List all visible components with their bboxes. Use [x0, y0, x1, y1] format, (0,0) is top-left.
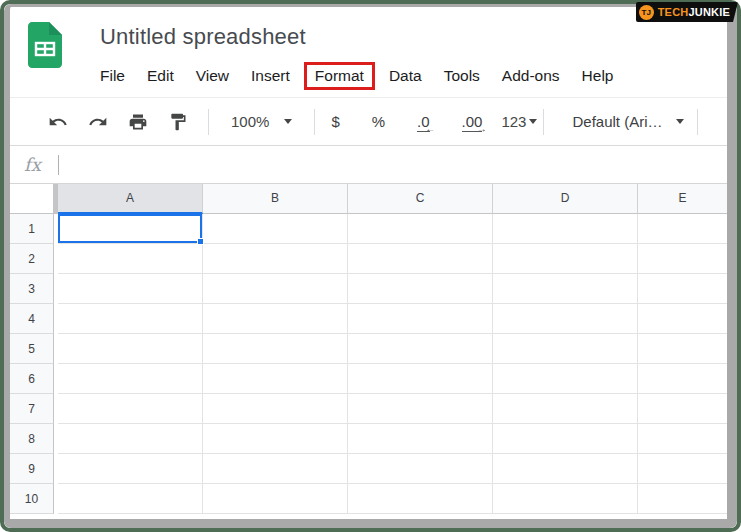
zoom-select[interactable]: 100%: [231, 113, 292, 130]
print-button[interactable]: [128, 112, 148, 132]
column-header-a[interactable]: A: [58, 184, 203, 214]
format-percent-button[interactable]: %: [359, 113, 398, 130]
fill-handle[interactable]: [197, 238, 204, 245]
cell-C2[interactable]: [348, 244, 493, 274]
cell-B6[interactable]: [203, 364, 348, 394]
cell-A9[interactable]: [58, 454, 203, 484]
column-header-d[interactable]: D: [493, 184, 638, 214]
format-currency-button[interactable]: $: [318, 113, 352, 130]
cell-E6[interactable]: [638, 364, 727, 394]
cell-B1[interactable]: [203, 214, 348, 244]
menu-item-data[interactable]: Data: [378, 64, 433, 88]
column-header-b[interactable]: B: [203, 184, 348, 214]
row-header-9[interactable]: 9: [10, 454, 54, 484]
redo-button[interactable]: [88, 112, 108, 132]
menu-item-view[interactable]: View: [185, 64, 240, 88]
cell-D7[interactable]: [493, 394, 638, 424]
cell-D6[interactable]: [493, 364, 638, 394]
google-sheets-icon[interactable]: [28, 22, 62, 68]
cell-D9[interactable]: [493, 454, 638, 484]
cell-A6[interactable]: [58, 364, 203, 394]
cell-C3[interactable]: [348, 274, 493, 304]
cell-E1[interactable]: [638, 214, 727, 244]
cell-C6[interactable]: [348, 364, 493, 394]
cell-C7[interactable]: [348, 394, 493, 424]
row-header-4[interactable]: 4: [10, 304, 54, 334]
undo-button[interactable]: [48, 112, 68, 132]
cell-B8[interactable]: [203, 424, 348, 454]
cell-A7[interactable]: [58, 394, 203, 424]
cell-D8[interactable]: [493, 424, 638, 454]
formula-input[interactable]: [41, 146, 727, 183]
cell-C9[interactable]: [348, 454, 493, 484]
cell-E7[interactable]: [638, 394, 727, 424]
row-header-10[interactable]: 10: [10, 484, 54, 514]
font-select[interactable]: Default (Ari…: [572, 113, 683, 130]
cell-C4[interactable]: [348, 304, 493, 334]
menu-item-file[interactable]: File: [89, 64, 136, 88]
column-header-e[interactable]: E: [638, 184, 727, 214]
cell-E2[interactable]: [638, 244, 727, 274]
cell-C10[interactable]: [348, 484, 493, 514]
cell-B2[interactable]: [203, 244, 348, 274]
row-header-1[interactable]: 1: [10, 214, 54, 244]
cell-B9[interactable]: [203, 454, 348, 484]
grid-row-10: 10: [10, 484, 727, 514]
cell-D10[interactable]: [493, 484, 638, 514]
document-title[interactable]: Untitled spreadsheet: [100, 24, 306, 50]
sheets-app: Untitled spreadsheet File Edit View Inse…: [10, 7, 727, 519]
cell-B5[interactable]: [203, 334, 348, 364]
cell-C8[interactable]: [348, 424, 493, 454]
cell-E9[interactable]: [638, 454, 727, 484]
menu-item-tools[interactable]: Tools: [433, 64, 491, 88]
decrease-decimal-button[interactable]: .0 ←: [404, 113, 443, 130]
grid-row-4: 4: [10, 304, 727, 334]
row-header-7[interactable]: 7: [10, 394, 54, 424]
row-header-2[interactable]: 2: [10, 244, 54, 274]
toolbar-divider: [208, 109, 209, 135]
cell-E3[interactable]: [638, 274, 727, 304]
cell-D2[interactable]: [493, 244, 638, 274]
more-formats-button[interactable]: 123: [501, 113, 537, 130]
cell-A1[interactable]: [58, 214, 203, 244]
cell-E5[interactable]: [638, 334, 727, 364]
cell-D5[interactable]: [493, 334, 638, 364]
cell-A3[interactable]: [58, 274, 203, 304]
cell-E8[interactable]: [638, 424, 727, 454]
cell-A4[interactable]: [58, 304, 203, 334]
menu-item-help[interactable]: Help: [571, 64, 625, 88]
cell-D4[interactable]: [493, 304, 638, 334]
cell-A5[interactable]: [58, 334, 203, 364]
menu-item-addons[interactable]: Add-ons: [491, 64, 571, 88]
column-header-c[interactable]: C: [348, 184, 493, 214]
badge-text-junkie: JUNKIE: [688, 6, 730, 18]
cell-D1[interactable]: [493, 214, 638, 244]
menu-item-format[interactable]: Format: [304, 62, 375, 90]
cell-B7[interactable]: [203, 394, 348, 424]
row-header-6[interactable]: 6: [10, 364, 54, 394]
grid-row-2: 2: [10, 244, 727, 274]
cell-B4[interactable]: [203, 304, 348, 334]
cell-E4[interactable]: [638, 304, 727, 334]
cell-C5[interactable]: [348, 334, 493, 364]
increase-decimal-button[interactable]: .00 →: [449, 113, 496, 130]
cell-B10[interactable]: [203, 484, 348, 514]
font-name-label: Default (Ari…: [572, 113, 662, 130]
menu-item-edit[interactable]: Edit: [136, 64, 185, 88]
cell-E10[interactable]: [638, 484, 727, 514]
row-header-8[interactable]: 8: [10, 424, 54, 454]
cell-A8[interactable]: [58, 424, 203, 454]
chevron-down-icon: [284, 119, 292, 124]
cell-A10[interactable]: [58, 484, 203, 514]
menu-item-insert[interactable]: Insert: [240, 64, 301, 88]
row-header-3[interactable]: 3: [10, 274, 54, 304]
cell-C1[interactable]: [348, 214, 493, 244]
paint-roller-icon: [168, 112, 188, 132]
paint-format-button[interactable]: [168, 112, 188, 132]
cell-D3[interactable]: [493, 274, 638, 304]
select-all-corner[interactable]: [10, 184, 54, 214]
badge-text-tech: TECH: [658, 6, 689, 18]
cell-B3[interactable]: [203, 274, 348, 304]
row-header-5[interactable]: 5: [10, 334, 54, 364]
cell-A2[interactable]: [58, 244, 203, 274]
